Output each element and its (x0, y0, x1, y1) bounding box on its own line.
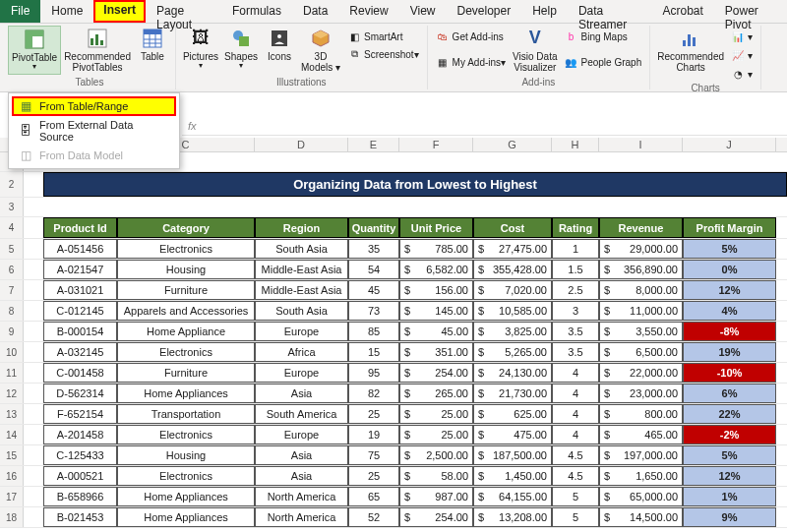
cell-unitprice[interactable]: $58.00 (399, 466, 473, 486)
3dmodels-button[interactable]: 3DModels ▾ (298, 26, 343, 75)
cell-region[interactable]: Middle-East Asia (255, 280, 348, 300)
row-num[interactable]: 6 (0, 260, 24, 279)
cell-region[interactable]: Europe (255, 363, 348, 383)
col-G[interactable]: G (473, 138, 552, 151)
cell-product[interactable]: C-012145 (43, 301, 117, 321)
row-num[interactable]: 9 (0, 322, 24, 341)
cell-qty[interactable]: 95 (348, 363, 399, 383)
tab-insert[interactable]: Insert (93, 0, 146, 23)
cell-unitprice[interactable]: $25.00 (399, 425, 473, 444)
my-addins-button[interactable]: ▦My Add-ins ▾ (432, 53, 510, 71)
cell-product[interactable]: C-125433 (43, 445, 117, 465)
cell-revenue[interactable]: $356,890.00 (599, 260, 683, 279)
cell-revenue[interactable]: $ 3,550.00 (599, 322, 683, 341)
row-num[interactable]: 10 (0, 342, 24, 362)
row-num[interactable]: 13 (0, 404, 24, 424)
cell-region[interactable]: Europe (255, 425, 348, 444)
cell-rating[interactable]: 1.5 (552, 260, 599, 279)
cell-rating[interactable]: 3.5 (552, 342, 599, 362)
cell-revenue[interactable]: $ 8,000.00 (599, 280, 683, 300)
cell-qty[interactable]: 73 (348, 301, 399, 321)
cell-unitprice[interactable]: $265.00 (399, 384, 473, 403)
cell-cost[interactable]: $ 21,730.00 (473, 384, 552, 403)
cell-product[interactable]: F-652154 (43, 404, 117, 424)
row-num[interactable]: 14 (0, 425, 24, 444)
pictures-button[interactable]: 🖼Pictures▾ (180, 26, 221, 73)
smartart-button[interactable]: ◧SmartArt (343, 28, 423, 45)
row-2[interactable]: 2 (0, 172, 24, 197)
cell-unitprice[interactable]: $254.00 (399, 507, 473, 527)
row-num[interactable]: 18 (0, 507, 24, 527)
tab-datastreamer[interactable]: Data Streamer (568, 0, 652, 23)
table-row[interactable]: 13F-652154TransportationSouth America25$… (0, 404, 787, 425)
table-button[interactable]: Table (134, 26, 171, 64)
tab-home[interactable]: Home (40, 0, 93, 23)
table-row[interactable]: 12D-562314Home AppliancesAsia82$265.00$ … (0, 384, 787, 404)
cell-revenue[interactable]: $ 6,500.00 (599, 342, 683, 362)
cell-profitmargin[interactable]: 19% (683, 342, 776, 362)
col-H[interactable]: H (552, 138, 599, 151)
cell-unitprice[interactable]: $254.00 (399, 363, 473, 383)
cell-unitprice[interactable]: $45.00 (399, 322, 473, 341)
cell-category[interactable]: Electronics (117, 342, 255, 362)
cell-region[interactable]: South Asia (255, 239, 348, 259)
cell-unitprice[interactable]: $351.00 (399, 342, 473, 362)
cell-cost[interactable]: $ 64,155.00 (473, 487, 552, 506)
cell-region[interactable]: South America (255, 404, 348, 424)
cell-cost[interactable]: $ 7,020.00 (473, 280, 552, 300)
chart-line-button[interactable]: 📈▾ (727, 46, 757, 64)
cell-qty[interactable]: 25 (348, 404, 399, 424)
cell-profitmargin[interactable]: 12% (683, 466, 776, 486)
cell-cost[interactable]: $ 475.00 (473, 425, 552, 444)
table-row[interactable]: 16A-000521ElectronicsAsia25$58.00$ 1,450… (0, 466, 787, 487)
cell-product[interactable]: A-021547 (43, 260, 117, 279)
cell-qty[interactable]: 52 (348, 507, 399, 527)
cell-product[interactable]: C-001458 (43, 363, 117, 383)
cell-unitprice[interactable]: $145.00 (399, 301, 473, 321)
tab-help[interactable]: Help (521, 0, 568, 23)
cell-unitprice[interactable]: $2,500.00 (399, 445, 473, 465)
tab-review[interactable]: Review (338, 0, 398, 23)
row-num[interactable]: 11 (0, 363, 24, 383)
tab-file[interactable]: File (0, 0, 40, 23)
cell-category[interactable]: Electronics (117, 239, 255, 259)
tab-data[interactable]: Data (292, 0, 338, 23)
cell-product[interactable]: A-201458 (43, 425, 117, 444)
row-num[interactable]: 12 (0, 384, 24, 403)
shapes-button[interactable]: Shapes▾ (221, 26, 261, 73)
col-F[interactable]: F (399, 138, 473, 151)
bingmaps-button[interactable]: bBing Maps (560, 28, 645, 45)
cell-cost[interactable]: $ 24,130.00 (473, 363, 552, 383)
cell-rating[interactable]: 5 (552, 487, 599, 506)
cell-qty[interactable]: 75 (348, 445, 399, 465)
cell-revenue[interactable]: $ 65,000.00 (599, 487, 683, 506)
cell-cost[interactable]: $ 5,265.00 (473, 342, 552, 362)
table-row[interactable]: 5A-051456ElectronicsSouth Asia35$785.00$… (0, 239, 787, 260)
cell-region[interactable]: South Asia (255, 301, 348, 321)
cell-revenue[interactable]: $ 14,500.00 (599, 507, 683, 527)
row-num[interactable]: 8 (0, 301, 24, 321)
cell-product[interactable]: D-562314 (43, 384, 117, 403)
cell-category[interactable]: Home Appliances (117, 507, 255, 527)
table-row[interactable]: 17B-658966Home AppliancesNorth America65… (0, 487, 787, 507)
cell-rating[interactable]: 4 (552, 425, 599, 444)
cell-category[interactable]: Electronics (117, 466, 255, 486)
cell-qty[interactable]: 35 (348, 239, 399, 259)
cell-qty[interactable]: 15 (348, 342, 399, 362)
cell-cost[interactable]: $ 625.00 (473, 404, 552, 424)
table-row[interactable]: 15C-125433HousingAsia75$2,500.00$187,500… (0, 445, 787, 466)
tab-formulas[interactable]: Formulas (221, 0, 292, 23)
cell-product[interactable]: B-658966 (43, 487, 117, 506)
cell-profitmargin[interactable]: -2% (683, 425, 776, 444)
cell-region[interactable]: Europe (255, 322, 348, 341)
cell-region[interactable]: North America (255, 507, 348, 527)
cell-region[interactable]: Middle-East Asia (255, 260, 348, 279)
cell-cost[interactable]: $355,428.00 (473, 260, 552, 279)
cell-unitprice[interactable]: $987.00 (399, 487, 473, 506)
recommended-pivottables-button[interactable]: RecommendedPivotTables (61, 26, 134, 75)
icons-button[interactable]: Icons (261, 26, 298, 64)
cell-product[interactable]: A-000521 (43, 466, 117, 486)
cell-rating[interactable]: 3.5 (552, 322, 599, 341)
cell-revenue[interactable]: $ 23,000.00 (599, 384, 683, 403)
fx-icon[interactable]: fx (182, 120, 203, 132)
